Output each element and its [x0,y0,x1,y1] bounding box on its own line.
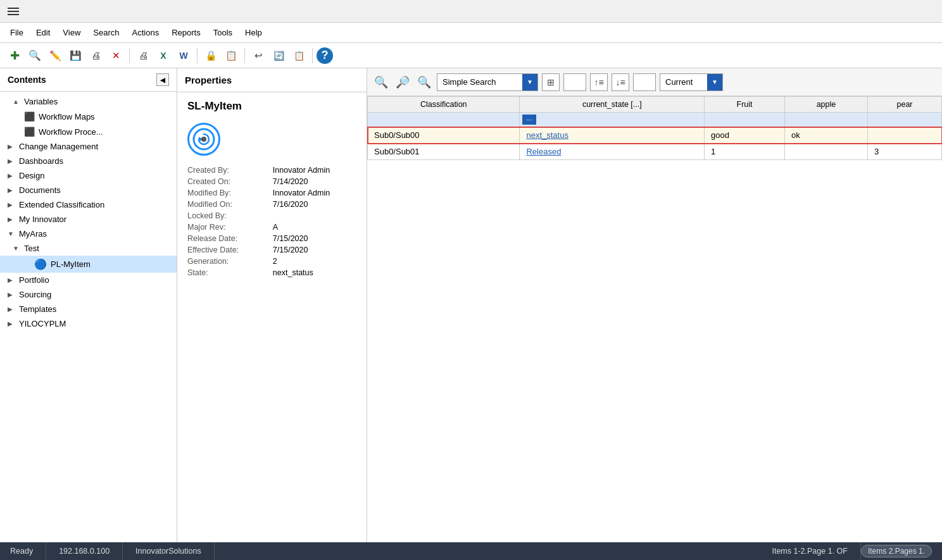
arrow-icon: ▼ [8,230,15,237]
menu-tools[interactable]: Tools [208,25,237,40]
title-bar [0,0,942,23]
sidebar-title: Contents [8,75,46,85]
item-title: SL-MyItem [177,92,367,118]
search-type-dropdown[interactable]: Simple Search ▼ [437,73,538,91]
prop-label-effective-date: Effective Date: [187,246,265,254]
blank-btn2[interactable] [633,73,656,91]
separator1 [129,48,130,63]
sidebar-label: Portfolio [19,275,49,285]
undo-button[interactable]: ↩ [249,47,268,65]
arrow-icon: ▶ [8,277,15,283]
sidebar-item-variables[interactable]: ▲ Variables [0,94,177,109]
table-row[interactable]: Sub0/Sub00 next_status good ok [368,127,942,144]
menu-actions[interactable]: Actions [127,25,165,40]
grid-view-btn[interactable]: ⊞ [542,73,560,91]
current-state-link[interactable]: Released [526,147,561,156]
sidebar-label: Variables [24,97,58,106]
workflow-proce-icon: ⬛ [24,127,35,137]
status-ready: Ready [10,542,46,560]
sidebar-content: ▲ Variables ⬛ Workflow Maps ⬛ Workflow P… [0,92,177,542]
current-filter-dropdown[interactable]: Current ▼ [660,73,723,91]
sidebar-label: Extended Classification [19,200,104,209]
save-button[interactable]: 💾 [66,47,85,65]
table-row[interactable]: Sub0/Sub01 Released 1 3 [368,144,942,160]
toolbar: ✚ 🔍 ✏️ 💾 🖨 ✕ 🖨 X W 🔒 📋 ↩ 🔄 📋 ? [0,43,942,68]
sidebar-item-yilocyplm[interactable]: ▶ YILOCYPLM [0,316,177,331]
menu-search[interactable]: Search [88,25,124,40]
menu-edit[interactable]: Edit [31,25,55,40]
prop-label-state: State: [187,268,265,277]
results-table: Classification current_state [...] Fruit… [367,96,942,160]
filter-classification [368,113,520,127]
help-button[interactable]: ? [317,47,333,64]
sidebar-label: Workflow Maps [39,112,95,121]
new-button[interactable]: ✚ [5,47,24,65]
clipboard-button[interactable]: 📋 [289,47,308,65]
arrow-icon: ▶ [8,143,15,150]
svg-point-2 [201,137,206,142]
print-button[interactable]: 🖨 [134,47,153,65]
edit-button[interactable]: ✏️ [46,47,65,65]
sidebar-item-pl-myitem[interactable]: 🔵 PL-MyItem [0,256,177,273]
word-button[interactable]: W [174,47,193,65]
excel-button[interactable]: X [154,47,173,65]
prop-label-created-by: Created By: [187,166,265,175]
search-clear-btn[interactable]: 🔎 [394,73,411,91]
sidebar-item-myaras[interactable]: ▼ MyAras [0,227,177,241]
current-state-link[interactable]: next_status [526,130,568,140]
properties-pane: Properties SL-MyItem Created By: Innovat… [177,68,367,542]
sidebar-collapse-btn[interactable]: ◀ [156,73,169,86]
sidebar-item-documents[interactable]: ▶ Documents [0,183,177,197]
cell-pear: 3 [868,144,942,160]
results-pane: 🔍 🔎 🔍 Simple Search ▼ ⊞ ↑≡ ↓≡ Current ▼ [367,68,942,542]
lock-button[interactable]: 🔒 [201,47,220,65]
prop-value-state: next_status [273,268,356,277]
cell-current-state[interactable]: Released [520,144,705,160]
status-bar: Ready 192.168.0.100 InnovatorSolutions I… [0,542,942,560]
current-filter-text: Current [660,77,707,87]
search-type-text: Simple Search [437,77,522,87]
arrow-icon: ▶ [8,158,15,165]
prop-label-locked-by: Locked By: [187,211,265,220]
search-activate-btn[interactable]: 🔍 [372,73,390,91]
item-icon [187,123,220,156]
sidebar-item-design[interactable]: ▶ Design [0,168,177,183]
sort-asc-btn[interactable]: ↑≡ [590,73,608,91]
prop-value-modified-by: Innovator Admin [273,189,356,197]
sidebar-item-sourcing[interactable]: ▶ Sourcing [0,287,177,302]
search-button[interactable]: 🔍 [25,47,44,65]
hamburger-menu[interactable] [5,5,22,18]
sidebar-item-portfolio[interactable]: ▶ Portfolio [0,273,177,287]
sidebar-item-workflow-maps[interactable]: ⬛ Workflow Maps [0,109,177,124]
filter-apple [784,113,867,127]
results-table-container: Classification current_state [...] Fruit… [367,96,942,542]
sidebar-item-change-management[interactable]: ▶ Change Management [0,139,177,154]
print-preview-button[interactable]: 🖨 [86,47,105,65]
cell-classification: Sub0/Sub00 [368,127,520,144]
current-filter-arrow[interactable]: ▼ [707,74,722,90]
search-options-btn[interactable]: 🔍 [415,73,433,91]
sidebar-item-my-innovator[interactable]: ▶ My Innovator [0,212,177,227]
menu-help[interactable]: Help [240,25,267,40]
sidebar-label: MyAras [19,229,47,239]
filter-current-state-btn[interactable]: ··· [522,115,536,125]
search-type-arrow[interactable]: ▼ [522,74,537,90]
claim-button[interactable]: 📋 [222,47,241,65]
sort-desc-btn[interactable]: ↓≡ [612,73,629,91]
menu-file[interactable]: File [5,25,28,40]
menu-reports[interactable]: Reports [166,25,206,40]
sidebar-label: Design [19,171,44,180]
sidebar-item-workflow-proce[interactable]: ⬛ Workflow Proce... [0,124,177,139]
prop-value-major-rev: A [273,223,356,232]
blank-btn1[interactable] [563,73,586,91]
sidebar-item-dashboards[interactable]: ▶ Dashboards [0,154,177,168]
sidebar-item-ext-classification[interactable]: ▶ Extended Classification [0,197,177,212]
refresh-button[interactable]: 🔄 [269,47,288,65]
cell-current-state[interactable]: next_status [520,127,705,144]
prop-value-locked-by [273,211,356,220]
menu-view[interactable]: View [58,25,85,40]
cell-fruit: 1 [705,144,785,160]
sidebar-item-templates[interactable]: ▶ Templates [0,302,177,316]
sidebar-item-test[interactable]: ▼ Test [0,241,177,256]
delete-button[interactable]: ✕ [106,47,125,65]
